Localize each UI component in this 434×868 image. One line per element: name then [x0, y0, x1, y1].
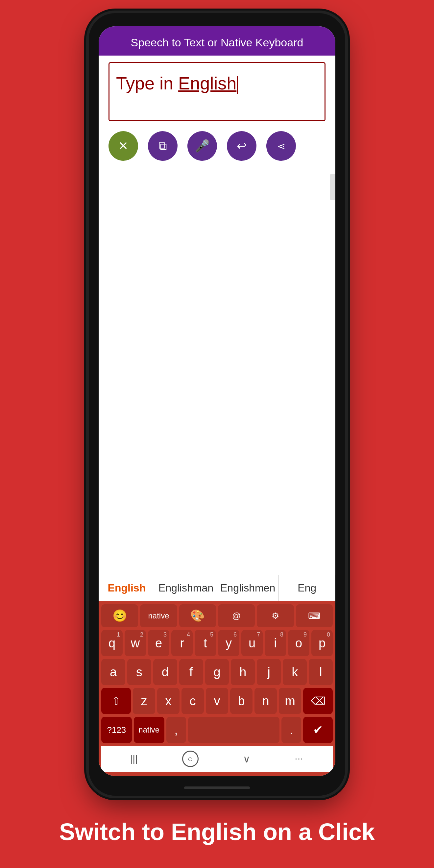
cursor	[237, 76, 238, 94]
delete-button[interactable]: ✕	[108, 131, 138, 161]
app-header-title: Speech to Text or Native Keyboard	[112, 36, 322, 49]
phone-screen: Speech to Text or Native Keyboard Type i…	[99, 26, 335, 776]
keyboard-special-row: 😊 native 🎨 @ ⚙ ⌨	[101, 604, 333, 627]
key-j[interactable]: j	[257, 659, 281, 685]
key-i[interactable]: 8i	[265, 630, 286, 656]
text-input-content: Type in English	[116, 73, 318, 94]
keyboard-nav-icon[interactable]: ⋯	[294, 754, 304, 764]
keyboard: 😊 native 🎨 @ ⚙ ⌨ 1q 2w 3e 4r 5t 6y 7u 8i…	[99, 601, 335, 776]
key-v[interactable]: v	[206, 688, 228, 714]
numbers-key[interactable]: ?123	[101, 717, 132, 743]
key-g[interactable]: g	[205, 659, 229, 685]
recent-nav-icon[interactable]: ∨	[243, 753, 250, 765]
microphone-button[interactable]: 🎤	[187, 131, 217, 161]
app-header: Speech to Text or Native Keyboard	[99, 26, 335, 56]
keyboard-switch-key[interactable]: ⌨	[296, 604, 333, 627]
key-h[interactable]: h	[231, 659, 255, 685]
native-key-top[interactable]: native	[140, 604, 177, 627]
home-nav-icon[interactable]: ○	[182, 751, 198, 767]
key-x[interactable]: x	[157, 688, 180, 714]
keyboard-row-3: ⇧ z x c v b n m ⌫	[101, 688, 333, 714]
key-m[interactable]: m	[279, 688, 301, 714]
key-e[interactable]: 3e	[148, 630, 169, 656]
scroll-handle	[330, 174, 335, 200]
key-t[interactable]: 5t	[195, 630, 216, 656]
settings-key[interactable]: ⚙	[257, 604, 293, 627]
key-l[interactable]: l	[309, 659, 333, 685]
key-z[interactable]: z	[133, 688, 155, 714]
text-input-area[interactable]: Type in English	[108, 62, 326, 121]
bottom-text-area: Switch to English on a Click	[33, 796, 401, 868]
checkmark-icon: ✔	[313, 723, 323, 737]
key-y[interactable]: 6y	[218, 630, 239, 656]
nav-bar: ||| ○ ∨ ⋯	[101, 746, 333, 772]
autocomplete-item-englishman[interactable]: Englishman	[155, 575, 217, 601]
share-button[interactable]: ⋖	[266, 131, 296, 161]
key-a[interactable]: a	[101, 659, 125, 685]
key-b[interactable]: b	[230, 688, 252, 714]
key-r[interactable]: 4r	[171, 630, 193, 656]
bottom-headline: Switch to English on a Click	[59, 818, 375, 846]
copy-button[interactable]: ⧉	[148, 131, 178, 161]
backspace-key[interactable]: ⌫	[303, 688, 333, 714]
emoji-key[interactable]: 😊	[101, 604, 138, 627]
autocomplete-item-eng[interactable]: Eng	[279, 575, 335, 601]
comma-key[interactable]: ,	[166, 717, 186, 743]
key-f[interactable]: f	[179, 659, 203, 685]
enter-key[interactable]: ✔	[303, 717, 333, 743]
spacer-area	[99, 167, 335, 575]
autocomplete-item-english[interactable]: English	[99, 575, 155, 601]
key-s[interactable]: s	[127, 659, 151, 685]
shift-key[interactable]: ⇧	[101, 688, 131, 714]
key-k[interactable]: k	[283, 659, 307, 685]
undo-button[interactable]: ↩	[227, 131, 256, 161]
keyboard-row-2: a s d f g h j k l	[101, 659, 333, 685]
period-key[interactable]: .	[281, 717, 301, 743]
key-n[interactable]: n	[254, 688, 277, 714]
key-w[interactable]: 2w	[125, 630, 146, 656]
at-key[interactable]: @	[218, 604, 255, 627]
keyboard-row-1: 1q 2w 3e 4r 5t 6y 7u 8i 9o 0p	[101, 630, 333, 656]
back-nav-icon[interactable]: |||	[130, 753, 137, 765]
key-d[interactable]: d	[153, 659, 177, 685]
key-u[interactable]: 7u	[241, 630, 263, 656]
home-indicator	[184, 786, 250, 789]
phone-shell: Speech to Text or Native Keyboard Type i…	[89, 13, 345, 796]
key-q[interactable]: 1q	[101, 630, 123, 656]
action-buttons: ✕ ⧉ 🎤 ↩ ⋖	[99, 125, 335, 167]
text-highlight: English	[178, 73, 237, 93]
autocomplete-bar[interactable]: English Englishman Englishmen Eng	[99, 575, 335, 601]
keyboard-row-4: ?123 native , . ✔	[101, 717, 333, 743]
text-prefix: Type in	[116, 73, 178, 93]
native-key-bottom[interactable]: native	[134, 717, 164, 743]
space-key[interactable]	[188, 717, 279, 743]
key-o[interactable]: 9o	[288, 630, 309, 656]
key-p[interactable]: 0p	[311, 630, 333, 656]
autocomplete-item-englishmen[interactable]: Englishmen	[217, 575, 279, 601]
theme-key[interactable]: 🎨	[179, 604, 216, 627]
key-c[interactable]: c	[182, 688, 204, 714]
